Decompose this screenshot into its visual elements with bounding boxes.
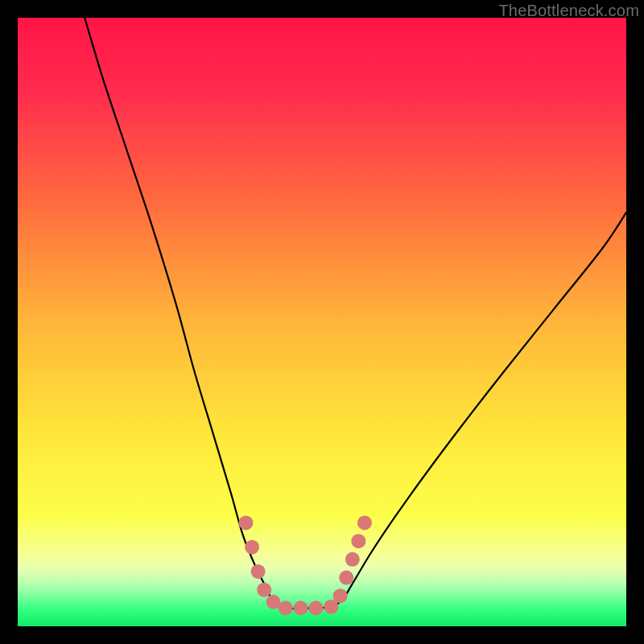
highlight-dot: [339, 571, 353, 585]
highlight-dot: [357, 515, 372, 530]
highlight-dot: [308, 601, 323, 615]
bottleneck-chart: [18, 18, 626, 626]
highlight-dot: [279, 601, 293, 615]
highlight-dot: [333, 588, 348, 603]
chart-background: [18, 18, 626, 626]
highlight-dot: [245, 540, 259, 555]
chart-frame: [18, 18, 626, 626]
highlight-dot: [251, 564, 266, 579]
highlight-dot: [257, 583, 271, 597]
highlight-dot: [294, 601, 308, 615]
highlight-dot: [239, 515, 254, 530]
highlight-dot: [345, 552, 360, 567]
highlight-dot: [351, 534, 365, 548]
